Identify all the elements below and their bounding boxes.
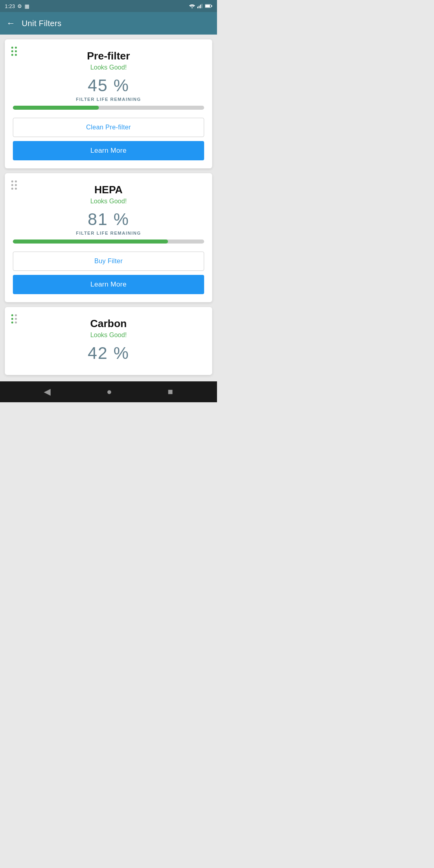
status-left: 1:23 ⚙ ▦ <box>5 3 29 9</box>
learn-more-hepa-button[interactable]: Learn More <box>13 275 204 294</box>
filter-list: Pre-filter Looks Good! 45 % FILTER LIFE … <box>0 35 217 380</box>
battery-icon <box>205 4 212 8</box>
svg-rect-1 <box>199 6 200 8</box>
signal-icon <box>197 4 203 8</box>
drag-handle-carbon <box>10 313 18 324</box>
drag-dot <box>11 318 13 320</box>
filter-life-label-hepa: FILTER LIFE REMAINING <box>13 231 204 235</box>
drag-dot <box>15 321 17 323</box>
drag-dot <box>11 50 13 52</box>
hepa-filter-card: HEPA Looks Good! 81 % FILTER LIFE REMAIN… <box>5 173 212 302</box>
filter-status-hepa: Looks Good! <box>13 198 204 205</box>
filter-name-pre: Pre-filter <box>13 50 204 62</box>
drag-dot <box>11 180 13 182</box>
drag-dot <box>15 318 17 320</box>
nav-home-icon[interactable]: ● <box>106 387 112 397</box>
drag-dot <box>15 184 17 186</box>
filter-percent-hepa: 81 % <box>13 210 204 229</box>
drag-dot <box>11 314 13 316</box>
clean-pre-filter-button[interactable]: Clean Pre-filter <box>13 118 204 137</box>
progress-fill-hepa <box>13 240 168 244</box>
back-button[interactable]: ← <box>6 18 15 29</box>
progress-track-hepa <box>13 240 204 244</box>
pre-filter-card: Pre-filter Looks Good! 45 % FILTER LIFE … <box>5 39 212 168</box>
progress-fill-pre <box>13 106 99 110</box>
progress-track-pre <box>13 106 204 110</box>
filter-name-hepa: HEPA <box>13 184 204 196</box>
nav-recents-icon[interactable]: ■ <box>168 387 173 397</box>
status-bar: 1:23 ⚙ ▦ <box>0 0 217 12</box>
drag-handle-pre-filter <box>10 46 18 57</box>
buy-filter-hepa-button[interactable]: Buy Filter <box>13 252 204 271</box>
drag-dot <box>11 47 13 49</box>
drag-dot <box>11 321 13 323</box>
filter-percent-carbon: 42 % <box>13 344 204 363</box>
filter-status-pre: Looks Good! <box>13 64 204 71</box>
drag-dot <box>15 50 17 52</box>
drag-dot <box>15 47 17 49</box>
drag-dot <box>11 188 13 190</box>
nav-back-icon[interactable]: ◀ <box>44 387 51 397</box>
svg-rect-3 <box>202 4 203 8</box>
drag-handle-hepa <box>10 180 18 190</box>
drag-dot <box>11 184 13 186</box>
status-right <box>189 4 212 8</box>
svg-rect-6 <box>211 5 212 7</box>
carbon-filter-card: Carbon Looks Good! 42 % <box>5 307 212 375</box>
page-title: Unit Filters <box>22 19 61 28</box>
drag-dot <box>15 54 17 56</box>
filter-life-label-pre: FILTER LIFE REMAINING <box>13 97 204 102</box>
drag-dot <box>15 180 17 182</box>
filter-status-carbon: Looks Good! <box>13 332 204 339</box>
drag-dot <box>15 188 17 190</box>
status-time: 1:23 <box>5 3 15 9</box>
settings-icon: ⚙ <box>17 3 22 9</box>
svg-rect-0 <box>197 6 198 8</box>
wifi-icon <box>189 4 195 8</box>
drag-dot <box>11 54 13 56</box>
learn-more-pre-button[interactable]: Learn More <box>13 141 204 160</box>
filter-name-carbon: Carbon <box>13 317 204 330</box>
svg-rect-5 <box>205 5 210 7</box>
sim-icon: ▦ <box>25 3 29 9</box>
svg-rect-2 <box>200 5 201 8</box>
drag-dot <box>15 314 17 316</box>
bottom-nav: ◀ ● ■ <box>0 381 217 402</box>
app-bar: ← Unit Filters <box>0 12 217 35</box>
filter-percent-pre: 45 % <box>13 76 204 95</box>
